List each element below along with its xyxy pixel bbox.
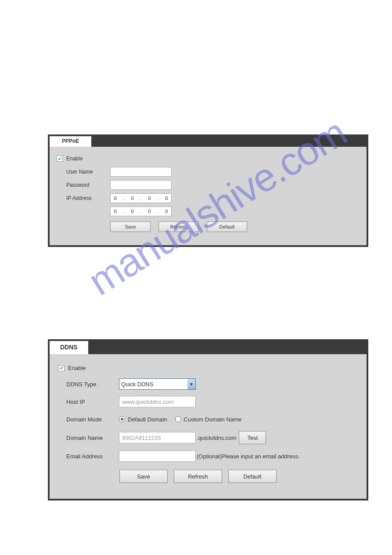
email-input[interactable] [119,450,196,462]
radio-custom-domain[interactable] [175,416,181,422]
ddns-panel: DDNS ✔ Enable DDNS Type Quick DDNS ▼ Hos… [48,339,368,501]
enable-label: Enable [66,156,83,162]
tab-ddns[interactable]: DDNS [50,341,88,354]
username-label: User Name [66,169,110,175]
ddns-type-label: DDNS Type [66,381,119,388]
pppoe-panel: PPPoE ✔ Enable User Name Password IP Add… [48,134,368,247]
refresh-button[interactable]: Refresh [158,221,199,232]
check-icon: ✔ [60,366,64,370]
host-ip-input: www.quickddns.com [119,396,196,407]
domain-mode-label: Domain Mode [66,416,119,423]
ip-address-label: IP Address [66,195,110,201]
tab-bar: PPPoE [50,136,367,147]
default-button[interactable]: Default [228,470,277,483]
password-input[interactable] [110,180,172,190]
tab-bar: DDNS [50,341,367,354]
ddns-type-value: Quick DDNS [121,381,154,388]
radio-default-domain[interactable] [119,416,125,422]
host-ip-label: Host IP [66,399,119,405]
domain-name-label: Domain Name [66,435,119,441]
ip-address-input-1[interactable]: 0. 0. 0. 0 [110,193,172,203]
tab-pppoe[interactable]: PPPoE [50,136,91,147]
email-label: Email Address [66,453,119,460]
radio-default-label: Default Domain [128,416,167,423]
save-button[interactable]: Save [119,470,168,483]
check-icon: ✔ [58,156,62,161]
ddns-content: ✔ Enable DDNS Type Quick DDNS ▼ Host IP … [50,354,367,499]
save-button[interactable]: Save [110,221,151,232]
chevron-down-icon: ▼ [187,379,195,389]
pppoe-content: ✔ Enable User Name Password IP Address 0… [50,147,367,245]
ip-address-input-2[interactable]: 0. 0. 0. 0 [110,207,172,216]
email-hint: (Optional)Please input an email address. [197,453,300,460]
radio-dot-icon [121,418,123,421]
test-button[interactable]: Test [239,431,266,444]
domain-suffix: .quickddns.com [197,435,236,441]
domain-name-input[interactable]: 9002A9112233 [119,432,196,443]
password-label: Password [66,182,110,188]
radio-custom-label: Custom Domain Name [184,416,242,423]
username-input[interactable] [110,167,172,177]
enable-label: Enable [68,365,86,371]
enable-checkbox[interactable]: ✔ [57,156,63,162]
default-button[interactable]: Default [207,221,247,232]
ddns-type-select[interactable]: Quick DDNS ▼ [119,378,196,390]
enable-checkbox[interactable]: ✔ [58,365,65,371]
refresh-button[interactable]: Refresh [174,470,222,483]
